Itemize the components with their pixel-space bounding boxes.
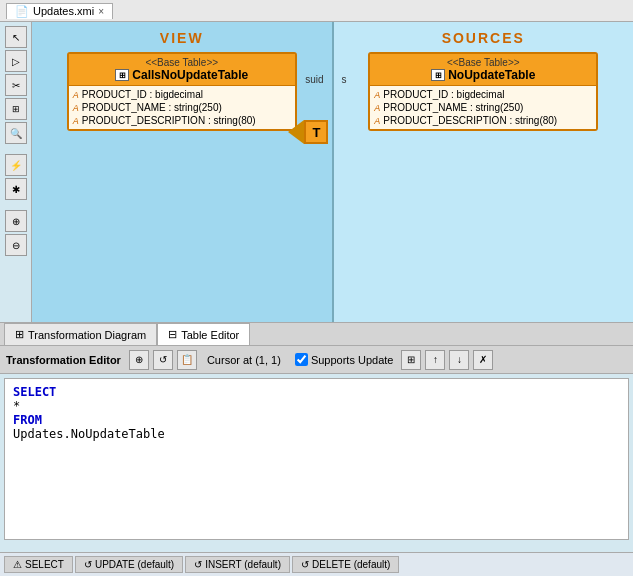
table-editor-icon: ⊟ xyxy=(168,328,177,341)
supports-update-label: Supports Update xyxy=(311,354,394,366)
trans-btn-6[interactable]: ↓ xyxy=(449,350,469,370)
sources-field-icon-2: A xyxy=(374,103,380,113)
sql-line-2: * xyxy=(13,399,620,413)
update-icon: ↺ xyxy=(84,559,92,570)
diagram-panels: VIEW suid <<Base Table>> ⊞ CallsNoUpdate… xyxy=(32,22,633,322)
sql-line-1: SELECT xyxy=(13,385,620,399)
view-field-3: A PRODUCT_DESCRIPTION : string(80) xyxy=(73,114,291,127)
main-area: ↖ ▷ ✂ ⊞ 🔍 ⚡ ✱ ⊕ ⊖ VIEW suid <<Base Table… xyxy=(0,22,633,322)
sources-field-3: A PRODUCT_DESCRIPTION : string(80) xyxy=(374,114,592,127)
t-connector-box: T xyxy=(304,120,328,144)
field-icon-1: A xyxy=(73,90,79,100)
toolbar-btn-8[interactable]: ⊕ xyxy=(5,210,27,232)
supports-update-area: Supports Update xyxy=(295,353,394,366)
insert-icon: ↺ xyxy=(194,559,202,570)
trans-btn-7[interactable]: ✗ xyxy=(473,350,493,370)
arrow-left-icon xyxy=(288,120,304,144)
bottom-tabs: ⊞ Transformation Diagram ⊟ Table Editor xyxy=(0,322,633,346)
view-label: VIEW xyxy=(40,30,324,46)
s-label: s xyxy=(342,74,347,85)
tab-table-editor[interactable]: ⊟ Table Editor xyxy=(157,323,250,345)
left-toolbar: ↖ ▷ ✂ ⊞ 🔍 ⚡ ✱ ⊕ ⊖ xyxy=(0,22,32,322)
arrow-connector: T xyxy=(288,120,328,144)
sources-field-icon-3: A xyxy=(374,116,380,126)
view-panel: VIEW suid <<Base Table>> ⊞ CallsNoUpdate… xyxy=(32,22,334,322)
view-field-2: A PRODUCT_NAME : string(250) xyxy=(73,101,291,114)
select-warning-icon: ⚠ xyxy=(13,559,22,570)
toolbar-btn-9[interactable]: ⊖ xyxy=(5,234,27,256)
toolbar-btn-3[interactable]: ✂ xyxy=(5,74,27,96)
supports-update-checkbox[interactable] xyxy=(295,353,308,366)
cursor-info: Cursor at (1, 1) xyxy=(207,354,281,366)
field-icon-3: A xyxy=(73,116,79,126)
sources-table-box[interactable]: <<Base Table>> ⊞ NoUpdateTable A PRODUCT… xyxy=(368,52,598,131)
view-table-box[interactable]: <<Base Table>> ⊞ CallsNoUpdateTable A PR… xyxy=(67,52,297,131)
sources-panel: SOURCES s <<Base Table>> ⊞ NoUpdateTable… xyxy=(334,22,634,322)
sql-editor[interactable]: SELECT * FROM Updates.NoUpdateTable xyxy=(4,378,629,540)
field-icon-2: A xyxy=(73,103,79,113)
toolbar-btn-2[interactable]: ▷ xyxy=(5,50,27,72)
sql-line-4: Updates.NoUpdateTable xyxy=(13,427,620,441)
trans-btn-2[interactable]: ↺ xyxy=(153,350,173,370)
delete-icon: ↺ xyxy=(301,559,309,570)
sources-table-name: ⊞ NoUpdateTable xyxy=(374,68,592,82)
sources-field-1: A PRODUCT_ID : bigdecimal xyxy=(374,88,592,101)
toolbar-btn-5[interactable]: 🔍 xyxy=(5,122,27,144)
sources-field-2: A PRODUCT_NAME : string(250) xyxy=(374,101,592,114)
title-bar: 📄 Updates.xmi × xyxy=(0,0,633,22)
sources-table-body: A PRODUCT_ID : bigdecimal A PRODUCT_NAME… xyxy=(370,86,596,129)
table-grid-icon: ⊞ xyxy=(115,69,129,81)
toolbar-btn-4[interactable]: ⊞ xyxy=(5,98,27,120)
toolbar-btn-6[interactable]: ⚡ xyxy=(5,154,27,176)
toolbar-btn-7[interactable]: ✱ xyxy=(5,178,27,200)
suid-label: suid xyxy=(305,74,323,85)
status-tab-delete[interactable]: ↺ DELETE (default) xyxy=(292,556,399,573)
trans-btn-4[interactable]: ⊞ xyxy=(401,350,421,370)
view-table-body: A PRODUCT_ID : bigdecimal A PRODUCT_NAME… xyxy=(69,86,295,129)
trans-btn-5[interactable]: ↑ xyxy=(425,350,445,370)
sources-label: SOURCES xyxy=(342,30,626,46)
status-tab-insert[interactable]: ↺ INSERT (default) xyxy=(185,556,290,573)
transformation-diagram-icon: ⊞ xyxy=(15,328,24,341)
status-tab-select[interactable]: ⚠ SELECT xyxy=(4,556,73,573)
view-stereotype: <<Base Table>> xyxy=(73,57,291,68)
trans-btn-1[interactable]: ⊕ xyxy=(129,350,149,370)
trans-btn-3[interactable]: 📋 xyxy=(177,350,197,370)
view-table-name: ⊞ CallsNoUpdateTable xyxy=(73,68,291,82)
sources-field-icon-1: A xyxy=(374,90,380,100)
trans-toolbar: Transformation Editor ⊕ ↺ 📋 Cursor at (1… xyxy=(0,346,633,374)
view-table-header: <<Base Table>> ⊞ CallsNoUpdateTable xyxy=(69,54,295,86)
trans-editor-label: Transformation Editor xyxy=(6,354,121,366)
editor-section: Transformation Editor ⊕ ↺ 📋 Cursor at (1… xyxy=(0,346,633,544)
title-tab-label: Updates.xmi xyxy=(33,5,94,17)
close-icon[interactable]: × xyxy=(98,6,104,17)
sources-table-grid-icon: ⊞ xyxy=(431,69,445,81)
sources-stereotype: <<Base Table>> xyxy=(374,57,592,68)
file-icon: 📄 xyxy=(15,5,29,18)
status-bar: ⚠ SELECT ↺ UPDATE (default) ↺ INSERT (de… xyxy=(0,552,633,576)
title-tab[interactable]: 📄 Updates.xmi × xyxy=(6,3,113,19)
status-tab-update[interactable]: ↺ UPDATE (default) xyxy=(75,556,183,573)
tab-transformation-diagram[interactable]: ⊞ Transformation Diagram xyxy=(4,323,157,345)
toolbar-btn-1[interactable]: ↖ xyxy=(5,26,27,48)
sql-line-3: FROM xyxy=(13,413,620,427)
view-field-1: A PRODUCT_ID : bigdecimal xyxy=(73,88,291,101)
sources-table-header: <<Base Table>> ⊞ NoUpdateTable xyxy=(370,54,596,86)
diagram-area: VIEW suid <<Base Table>> ⊞ CallsNoUpdate… xyxy=(32,22,633,322)
